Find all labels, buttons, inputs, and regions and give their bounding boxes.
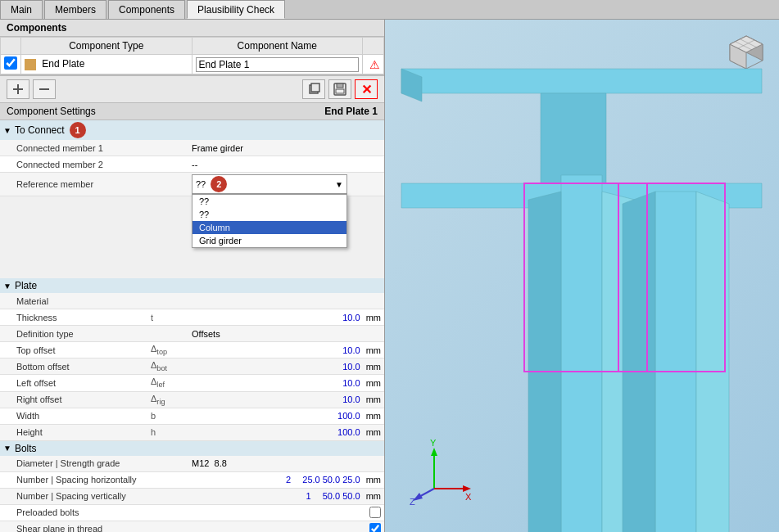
badge-2: 2	[211, 176, 227, 192]
svg-marker-23	[655, 192, 696, 532]
component-name-input[interactable]	[196, 57, 360, 72]
dropdown-list: ?? ?? Column Grid girder	[192, 194, 347, 248]
col-name-header: Component Name	[192, 38, 363, 55]
prop-row-left-offset: Left offset Δlef 10.0 mm	[0, 375, 384, 391]
add-component-button[interactable]	[7, 79, 29, 99]
axes-indicator: Y X Z	[410, 440, 475, 507]
collapse-icon-plate: ▼	[3, 282, 11, 291]
svg-marker-16	[401, 69, 762, 93]
components-section-header: Components	[0, 20, 384, 37]
components-table: Component Type Component Name End Plate	[0, 37, 384, 74]
prop-row-connected-member-2: Connected member 2 --	[0, 156, 384, 173]
table-row: End Plate ⚠	[1, 55, 384, 74]
prop-value-preloaded	[188, 505, 384, 520]
warning-icon: ⚠	[369, 58, 380, 71]
tab-members[interactable]: Members	[44, 0, 106, 19]
prop-symbol-spacing-v	[147, 494, 188, 498]
dropdown-item-qq1[interactable]: ??	[192, 195, 346, 208]
group-plate: ▼ Plate Material Thickness t 10.0 mm Def…	[0, 278, 384, 441]
group-bolts-header[interactable]: ▼ Bolts	[0, 441, 384, 456]
group-plate-header[interactable]: ▼ Plate	[0, 278, 384, 293]
prop-value-reference-member: ?? 2 ▼ ?? ?? Column Grid girder	[188, 173, 384, 196]
prop-label-spacing-v: Number | Spacing vertically	[0, 489, 147, 503]
prop-symbol-preloaded	[147, 511, 188, 514]
tab-bar: Main Members Components Plausibility Che…	[0, 0, 779, 20]
prop-row-definition-type: Definition type Offsets	[0, 326, 384, 342]
tab-components[interactable]: Components	[108, 0, 185, 19]
prop-row-diameter: Diameter | Strength grade M12 8.8	[0, 456, 384, 472]
dropdown-current-value: ??	[196, 179, 206, 189]
group-bolts-label: Bolts	[15, 443, 37, 454]
prop-label-bottom-offset: Bottom offset	[0, 360, 147, 373]
prop-value-left-offset: 10.0 mm	[188, 376, 384, 390]
prop-value-thickness: 10.0 mm	[188, 311, 384, 324]
3d-scene: Y X Z	[385, 20, 779, 532]
prop-row-bottom-offset: Bottom offset Δbot 10.0 mm	[0, 358, 384, 375]
copy-button[interactable]	[302, 79, 325, 99]
svg-marker-17	[541, 93, 606, 183]
dropdown-item-qq2[interactable]: ??	[192, 208, 346, 221]
prop-row-shear-plane: Shear plane in thread	[0, 521, 384, 532]
prop-symbol-bottom-offset: Δbot	[147, 358, 188, 374]
prop-symbol-right-offset: Δrig	[147, 392, 188, 408]
add-icon	[11, 83, 25, 96]
prop-value-spacing-v: 1 50.0 50.0 mm	[188, 489, 384, 503]
delete-button[interactable]: ✕	[355, 79, 378, 99]
settings-panel: Component Settings End Plate 1 ▼ To Conn…	[0, 103, 384, 532]
reference-member-dropdown[interactable]: ?? 2 ▼ ?? ?? Column Grid girder	[192, 174, 347, 194]
dropdown-item-grid-girder[interactable]: Grid girder	[192, 234, 346, 247]
prop-label-height: Height	[0, 426, 147, 439]
badge-1: 1	[70, 122, 86, 138]
prop-value-diameter: M12 8.8	[188, 457, 384, 470]
prop-symbol-shear-plane	[147, 527, 188, 530]
prop-label-shear-plane: Shear plane in thread	[0, 522, 147, 532]
prop-symbol-width: b	[147, 409, 188, 422]
svg-rect-7	[336, 89, 344, 93]
prop-row-thickness: Thickness t 10.0 mm	[0, 309, 384, 326]
prop-label-right-offset: Right offset	[0, 393, 147, 406]
prop-label-left-offset: Left offset	[0, 376, 147, 390]
y-axis-label: Y	[430, 440, 437, 448]
prop-row-height: Height h 100.0 mm	[0, 425, 384, 441]
prop-value-width: 100.0 mm	[188, 409, 384, 422]
prop-symbol-material	[147, 300, 188, 303]
copy-icon	[306, 82, 321, 97]
settings-component-name: End Plate 1	[324, 106, 378, 117]
svg-marker-20	[561, 175, 602, 532]
component-type-label: End Plate	[42, 58, 84, 70]
prop-value-height: 100.0 mm	[188, 426, 384, 439]
shear-plane-checkbox[interactable]	[369, 523, 381, 532]
group-to-connect-label: To Connect	[15, 124, 65, 136]
prop-row-right-offset: Right offset Δrig 10.0 mm	[0, 392, 384, 408]
remove-component-button[interactable]	[33, 79, 56, 99]
prop-row-preloaded: Preloaded bolts	[0, 505, 384, 521]
save-button[interactable]	[328, 79, 351, 99]
component-checkbox[interactable]	[4, 56, 17, 70]
col-type-header: Component Type	[21, 38, 192, 55]
dropdown-item-column[interactable]: Column	[192, 221, 346, 234]
prop-symbol-height: h	[147, 426, 188, 439]
svg-marker-31	[463, 485, 471, 492]
left-panel: Components Component Type Component Name	[0, 20, 385, 532]
group-to-connect-header[interactable]: ▼ To Connect 1	[0, 120, 384, 140]
svg-rect-2	[39, 88, 49, 90]
tab-plausibility-check[interactable]: Plausibility Check	[187, 0, 285, 19]
prop-value-connected-member-2: --	[188, 158, 384, 171]
delete-icon: ✕	[361, 82, 372, 97]
prop-label-connected-member-2: Connected member 2	[0, 158, 147, 171]
prop-symbol-thickness: t	[147, 311, 188, 324]
remove-icon	[38, 83, 51, 96]
prop-value-connected-member-1: Frame girder	[188, 142, 384, 155]
dropdown-field[interactable]: ?? 2 ▼	[192, 174, 347, 194]
prop-symbol-rm	[147, 183, 188, 186]
svg-rect-4	[311, 83, 319, 92]
z-axis-label: Z	[410, 497, 415, 505]
component-type-icon	[25, 59, 36, 70]
prop-row-spacing-h: Number | Spacing horizontally 2 25.0 50.…	[0, 472, 384, 489]
preloaded-bolts-checkbox[interactable]	[369, 507, 381, 518]
prop-label-preloaded: Preloaded bolts	[0, 506, 147, 519]
tab-main[interactable]: Main	[0, 0, 43, 19]
collapse-icon: ▼	[3, 126, 11, 135]
prop-symbol-diameter	[147, 462, 188, 465]
prop-symbol-cm2	[147, 163, 188, 166]
